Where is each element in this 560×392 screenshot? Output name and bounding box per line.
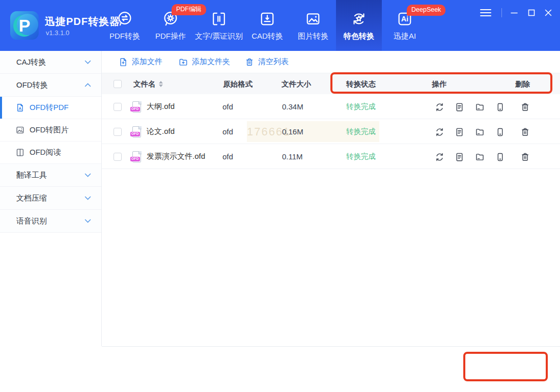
sidebar-group-label: 文档压缩 [16, 193, 47, 203]
table-header: 文件名 原始格式 文件大小 转换状态 操作 删除 [102, 73, 560, 94]
sidebar-group-label: CAJ转换 [16, 58, 46, 67]
column-format: 原始格式 [223, 73, 253, 95]
column-actions: 操作 [432, 73, 446, 95]
column-size: 文件大小 [282, 73, 311, 95]
delete-icon[interactable] [519, 151, 531, 163]
mobile-view-icon[interactable] [494, 151, 506, 163]
logo-letter: P [10, 11, 39, 40]
file-format: ofd [222, 119, 233, 144]
sidebar-group-caj[interactable]: CAJ转换 [0, 51, 101, 74]
sidebar-item-label: OFD阅读 [30, 148, 61, 157]
sidebar-group-translate[interactable]: 翻译工具 [0, 164, 101, 187]
header-bar: P 迅捷PDF转换器 v1.3.1.0 PDF转换 PDF [0, 0, 560, 51]
reconvert-icon[interactable] [433, 101, 445, 113]
maximize-icon[interactable] [527, 9, 536, 17]
deepseek-badge: DeepSeek [407, 5, 445, 16]
app-logo: P [10, 11, 39, 40]
file-size: 0.34M [282, 94, 303, 119]
chevron-down-icon [85, 173, 91, 177]
footer-bar: 保存文件: 原文件夹 自定义 ··· 打开文件夹 开始转换 [102, 346, 560, 392]
clear-list-label: 清空列表 [258, 57, 289, 67]
sidebar-item-label: OFD转PDF [30, 103, 69, 113]
cad-convert-icon [244, 9, 290, 29]
pdf-file-icon [15, 103, 25, 113]
add-file-icon [118, 57, 128, 67]
window-controls-divider [501, 8, 502, 17]
row-checkbox[interactable] [114, 128, 122, 136]
book-icon [15, 148, 25, 157]
status-badge: 转换完成 [346, 119, 376, 144]
chevron-down-icon [85, 196, 91, 200]
table-row: OFD 发票演示文件.ofd ofd 0.11M 转换完成 [102, 144, 560, 169]
tab-label: PDF转换 [102, 32, 148, 41]
file-name: 大纲.ofd [147, 94, 175, 119]
column-status: 转换状态 [346, 73, 376, 95]
file-size: 0.16M [282, 119, 303, 144]
column-delete: 删除 [515, 73, 530, 95]
sidebar-group-ofd[interactable]: OFD转换 [0, 74, 101, 97]
sidebar-group-label: OFD转换 [16, 80, 48, 90]
image-file-icon [15, 125, 25, 135]
tab-special-convert[interactable]: 特色转换 [336, 0, 382, 51]
add-file-button[interactable]: 添加文件 [118, 51, 162, 73]
app-window: P 迅捷PDF转换器 v1.3.1.0 PDF转换 PDF [0, 0, 560, 392]
chevron-up-icon [85, 83, 91, 87]
ofd-file-icon: OFD [131, 151, 142, 163]
open-file-icon[interactable] [453, 151, 465, 163]
reconvert-icon[interactable] [433, 126, 445, 138]
select-all-checkbox[interactable] [114, 80, 122, 88]
tab-label: 文字/票证识别 [193, 32, 244, 41]
sidebar-item-ofd-to-image[interactable]: OFD转图片 [0, 119, 101, 142]
reconvert-icon[interactable] [433, 151, 445, 163]
tab-label: 图片转换 [290, 32, 336, 41]
file-format: ofd [222, 144, 233, 169]
close-icon[interactable] [544, 9, 552, 17]
sidebar-item-ofd-to-pdf[interactable]: OFD转PDF [0, 97, 101, 119]
status-badge: 转换完成 [346, 144, 376, 169]
delete-icon[interactable] [519, 101, 531, 113]
chevron-down-icon [85, 219, 91, 223]
mobile-view-icon[interactable] [494, 101, 506, 113]
status-badge: 转换完成 [346, 94, 376, 119]
trash-icon [244, 57, 255, 67]
open-folder-icon[interactable] [473, 151, 486, 163]
tab-pdf-convert[interactable]: PDF转换 [102, 0, 148, 51]
sidebar-group-compress[interactable]: 文档压缩 [0, 187, 101, 210]
tab-label: 迅捷AI [382, 32, 428, 41]
menu-hamburger-icon[interactable] [480, 8, 492, 17]
tab-image-convert[interactable]: 图片转换 [290, 0, 336, 51]
tab-cad-convert[interactable]: CAD转换 [244, 0, 290, 51]
sidebar-group-label: 语音识别 [16, 216, 47, 226]
add-folder-button[interactable]: 添加文件夹 [178, 51, 230, 73]
column-filename: 文件名 [133, 73, 163, 95]
row-checkbox[interactable] [114, 103, 122, 111]
mobile-view-icon[interactable] [494, 126, 506, 138]
open-folder-icon[interactable] [473, 126, 486, 138]
sidebar-group-speech[interactable]: 语音识别 [0, 210, 101, 233]
file-size: 0.11M [282, 144, 303, 169]
footer-left: 在线客服 特色产品 [0, 346, 102, 392]
open-folder-icon[interactable] [473, 101, 486, 113]
add-folder-label: 添加文件夹 [192, 57, 230, 67]
delete-icon[interactable] [519, 126, 531, 138]
file-name: 发票演示文件.ofd [147, 144, 205, 169]
clear-list-button[interactable]: 清空列表 [244, 51, 289, 73]
sort-icon[interactable] [159, 81, 163, 87]
chevron-down-icon [85, 60, 91, 64]
sidebar-group-label: 翻译工具 [16, 171, 47, 180]
table-row: OFD 大纲.ofd ofd 0.34M 转换完成 [102, 94, 560, 119]
sidebar-item-ofd-reader[interactable]: OFD阅读 [0, 142, 101, 164]
pdf-convert-icon [102, 9, 148, 29]
open-file-icon[interactable] [453, 101, 465, 113]
table-row: 176661 OFD 论文.ofd ofd 0.16M 转换完成 [102, 119, 560, 144]
open-file-icon[interactable] [453, 126, 465, 138]
pdf-edit-badge: PDF编辑 [172, 4, 206, 15]
add-folder-icon [178, 57, 188, 67]
row-checkbox[interactable] [114, 153, 122, 161]
sidebar-item-label: OFD转图片 [30, 125, 69, 135]
ofd-file-icon: OFD [131, 126, 142, 138]
tab-label: 特色转换 [336, 32, 382, 41]
ai-icon-text: Ai [401, 15, 408, 23]
image-convert-icon [290, 9, 336, 29]
minimize-icon[interactable] [509, 9, 519, 16]
